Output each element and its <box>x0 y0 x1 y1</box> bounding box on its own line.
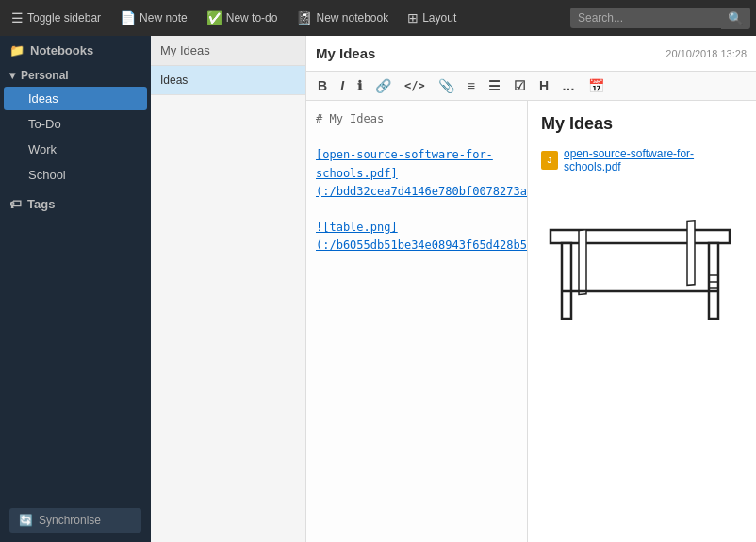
markdown-editor[interactable]: # My Ideas [open-source-software-for-sch… <box>306 101 528 542</box>
sidebar: 📁 Notebooks ▾ Personal Ideas To-Do Work … <box>0 36 151 542</box>
attachment-icon: J <box>541 151 558 170</box>
notes-list-panel: My Ideas Ideas <box>151 36 306 542</box>
more-button[interactable]: … <box>556 75 581 96</box>
notebooks-header: 📁 Notebooks <box>0 36 151 61</box>
sync-section: 🔄 Synchronise <box>0 499 151 542</box>
search-button[interactable]: 🔍 <box>721 8 750 29</box>
sync-button[interactable]: 🔄 Synchronise <box>9 508 141 533</box>
notebooks-icon: 📁 <box>9 43 25 57</box>
checkbox-button[interactable]: ☑ <box>508 75 532 96</box>
link-button[interactable]: 🔗 <box>370 75 397 96</box>
editor-body: # My Ideas [open-source-software-for-sch… <box>306 101 756 542</box>
new-notebook-button[interactable]: 📓 New notebook <box>290 7 394 29</box>
calendar-button[interactable]: 📅 <box>583 75 610 96</box>
sidebar-item-ideas[interactable]: Ideas <box>4 87 147 110</box>
svg-rect-1 <box>562 243 571 319</box>
editor-area: 20/10/2018 13:28 B I ℹ 🔗 </> 📎 ≡ ☰ ☑ H …… <box>306 36 756 542</box>
personal-header: ▾ Personal <box>0 61 151 86</box>
new-note-icon: 📄 <box>120 10 136 25</box>
attachment-item: J open-source-software-for-schools.pdf <box>541 147 743 173</box>
note-preview: My Ideas J open-source-software-for-scho… <box>528 101 756 542</box>
search-box: 🔍 <box>570 8 750 29</box>
unordered-list-button[interactable]: ≡ <box>462 75 481 96</box>
sidebar-item-school[interactable]: School <box>4 163 147 187</box>
sync-icon: 🔄 <box>19 514 33 527</box>
svg-rect-4 <box>687 221 695 286</box>
new-todo-button[interactable]: ✅ New to-do <box>201 7 284 29</box>
code-button[interactable]: </> <box>399 76 431 95</box>
search-input[interactable] <box>570 8 721 28</box>
personal-icon: ▾ <box>9 69 15 82</box>
preview-title: My Ideas <box>541 114 743 134</box>
new-notebook-icon: 📓 <box>296 10 312 25</box>
svg-rect-3 <box>579 230 586 295</box>
info-button[interactable]: ℹ <box>352 75 368 96</box>
sidebar-item-work[interactable]: Work <box>4 138 147 161</box>
table-image <box>541 183 739 343</box>
svg-rect-2 <box>709 243 718 319</box>
toggle-sidebar-button[interactable]: ☰ Toggle sidebar <box>6 7 107 29</box>
tags-icon: 🏷 <box>9 197 22 211</box>
top-toolbar: ☰ Toggle sidebar 📄 New note ✅ New to-do … <box>0 0 756 36</box>
new-note-button[interactable]: 📄 New note <box>114 7 193 29</box>
editor-header: 20/10/2018 13:28 <box>306 36 756 72</box>
layout-button[interactable]: ⊞ Layout <box>402 7 462 29</box>
note-list-item[interactable]: Ideas <box>151 66 305 95</box>
svg-rect-0 <box>551 230 730 243</box>
italic-button[interactable]: I <box>335 75 350 96</box>
notes-list-header: My Ideas <box>151 36 305 66</box>
attachment-button[interactable]: 📎 <box>433 75 460 96</box>
ordered-list-button[interactable]: ☰ <box>483 75 506 96</box>
note-title-input[interactable] <box>316 45 666 61</box>
main-layout: 📁 Notebooks ▾ Personal Ideas To-Do Work … <box>0 36 756 542</box>
heading-button[interactable]: H <box>534 75 554 96</box>
editor-toolbar: B I ℹ 🔗 </> 📎 ≡ ☰ ☑ H … 📅 <box>306 72 756 101</box>
note-date: 20/10/2018 13:28 <box>666 48 747 59</box>
menu-icon: ☰ <box>11 10 24 25</box>
attachment-link[interactable]: open-source-software-for-schools.pdf <box>564 147 743 173</box>
sidebar-item-todo[interactable]: To-Do <box>4 112 147 136</box>
bold-button[interactable]: B <box>312 75 333 96</box>
new-todo-icon: ✅ <box>206 10 222 25</box>
tags-header: 🏷 Tags <box>0 188 151 215</box>
layout-icon: ⊞ <box>407 10 419 25</box>
